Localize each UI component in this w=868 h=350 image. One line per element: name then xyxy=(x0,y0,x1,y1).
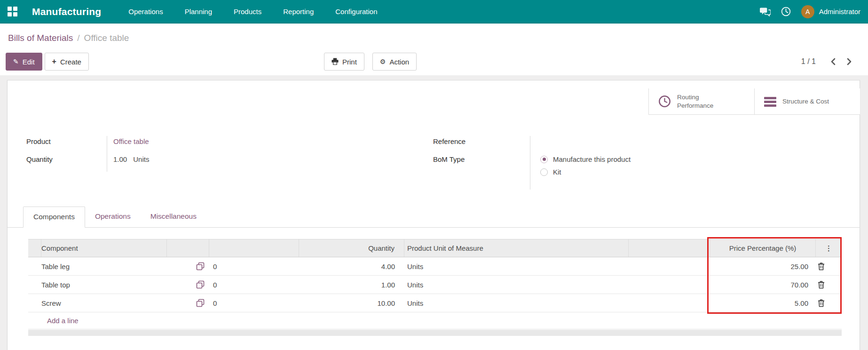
routing-performance-label: Routing Performance xyxy=(677,93,734,110)
tab-miscellaneous[interactable]: Miscellaneous xyxy=(141,207,206,227)
cell-blank xyxy=(629,257,710,275)
quantity-uom: Units xyxy=(133,155,149,163)
control-panel: Bills of Materials/Office table ✎ Edit +… xyxy=(0,24,868,75)
header-quantity[interactable]: Quantity xyxy=(299,239,404,257)
structure-cost-label: Structure & Cost xyxy=(782,97,829,106)
cell-variant-count[interactable]: 0 xyxy=(209,276,299,294)
bom-type-option-kit[interactable]: Kit xyxy=(540,168,631,176)
table-row[interactable]: Table leg 0 4.00 Units 25.00 xyxy=(28,257,842,276)
cell-blank xyxy=(629,276,710,294)
row-handle[interactable] xyxy=(28,276,41,294)
routing-performance-button[interactable]: Routing Performance xyxy=(648,88,754,114)
radio-unselected-icon[interactable] xyxy=(540,168,548,176)
add-a-line-row: Add a line xyxy=(28,312,842,329)
odoo-window: Manufacturing Operations Planning Produc… xyxy=(0,0,868,350)
product-value-link[interactable]: Office table xyxy=(113,137,149,145)
row-handle[interactable] xyxy=(28,294,41,312)
systray: A Administrator xyxy=(760,5,860,18)
app-name[interactable]: Manufacturing xyxy=(32,6,101,17)
main-menu: Operations Planning Products Reporting C… xyxy=(128,8,377,16)
avatar: A xyxy=(801,5,814,18)
structure-cost-button[interactable]: Structure & Cost xyxy=(754,88,860,114)
cell-quantity[interactable]: 4.00 xyxy=(299,257,404,275)
bom-type-label: BoM Type xyxy=(433,154,530,190)
print-button[interactable]: Print xyxy=(324,53,364,71)
cell-component[interactable]: Table leg xyxy=(41,257,167,275)
header-price-percentage[interactable]: Price Percentage (%) xyxy=(710,239,816,257)
messages-icon[interactable] xyxy=(760,7,771,16)
row-handle[interactable] xyxy=(28,257,41,275)
apps-menu-icon[interactable] xyxy=(8,7,18,17)
notebook-tabs: Components Operations Miscellaneous xyxy=(8,207,860,228)
cell-component[interactable]: Screw xyxy=(41,294,167,312)
cell-variant-count[interactable]: 0 xyxy=(209,257,299,275)
top-navbar: Manufacturing Operations Planning Produc… xyxy=(0,0,868,24)
bom-type-option-manufacture[interactable]: Manufacture this product xyxy=(540,155,631,163)
delete-row-icon[interactable] xyxy=(818,262,825,270)
bom-type-option-kit-label: Kit xyxy=(553,168,561,176)
cell-quantity[interactable]: 1.00 xyxy=(299,276,404,294)
create-button[interactable]: + Create xyxy=(45,53,89,71)
header-component[interactable]: Component xyxy=(41,239,167,257)
nav-item-planning[interactable]: Planning xyxy=(185,8,212,16)
apply-on-variants-icon[interactable] xyxy=(196,280,205,289)
cell-variant-count[interactable]: 0 xyxy=(209,294,299,312)
delete-row-icon[interactable] xyxy=(818,281,825,289)
user-menu[interactable]: A Administrator xyxy=(801,5,860,18)
header-blank-column-1 xyxy=(209,239,299,257)
plus-icon: + xyxy=(52,58,56,65)
create-button-label: Create xyxy=(60,58,81,66)
breadcrumb-current: Office table xyxy=(84,33,129,43)
product-label: Product xyxy=(26,136,107,154)
edit-button[interactable]: ✎ Edit xyxy=(6,53,42,71)
pager: 1 / 1 xyxy=(801,53,852,71)
quantity-value: 1.00 xyxy=(113,155,127,163)
delete-row-icon[interactable] xyxy=(818,299,825,307)
nav-item-products[interactable]: Products xyxy=(234,8,261,16)
user-name: Administrator xyxy=(819,8,860,16)
cell-uom[interactable]: Units xyxy=(404,276,629,294)
cell-price-percentage[interactable]: 25.00 xyxy=(710,257,816,275)
field-bom-type: BoM Type Manufacture this product Kit xyxy=(433,154,781,190)
table-row[interactable]: Table top 0 1.00 Units 70.00 xyxy=(28,276,842,294)
activities-clock-icon[interactable] xyxy=(781,7,791,16)
add-a-line-link[interactable]: Add a line xyxy=(28,317,79,325)
optional-columns-icon[interactable]: ⋮ xyxy=(825,245,832,252)
pager-value[interactable]: 1 / 1 xyxy=(801,57,816,66)
cell-uom[interactable]: Units xyxy=(404,294,629,312)
cell-quantity[interactable]: 10.00 xyxy=(299,294,404,312)
nav-item-operations[interactable]: Operations xyxy=(128,8,163,16)
breadcrumb-bills-of-materials[interactable]: Bills of Materials xyxy=(8,33,73,43)
bars-icon xyxy=(764,96,776,107)
components-table: Component Quantity Product Unit of Measu… xyxy=(28,239,842,329)
pager-next-icon[interactable] xyxy=(846,58,852,65)
nav-item-configuration[interactable]: Configuration xyxy=(335,8,377,16)
header-uom[interactable]: Product Unit of Measure xyxy=(404,239,629,257)
field-reference: Reference xyxy=(433,136,781,154)
tab-operations[interactable]: Operations xyxy=(85,207,141,227)
field-product: Product Office table xyxy=(26,136,327,154)
gear-icon: ⚙ xyxy=(380,58,386,65)
action-buttons: Print ⚙ Action xyxy=(324,53,417,71)
cell-blank xyxy=(629,294,710,312)
apply-on-variants-icon[interactable] xyxy=(196,262,205,270)
tab-components[interactable]: Components xyxy=(23,207,85,228)
form-sheet: Routing Performance Structure & Cost Pro… xyxy=(7,80,860,350)
pencil-icon: ✎ xyxy=(13,58,19,65)
breadcrumb-separator: / xyxy=(77,33,79,43)
cell-price-percentage[interactable]: 5.00 xyxy=(710,294,816,312)
apply-on-variants-icon[interactable] xyxy=(196,299,205,307)
action-button[interactable]: ⚙ Action xyxy=(372,53,417,71)
header-blank-column-2 xyxy=(629,239,710,257)
radio-selected-icon[interactable] xyxy=(540,156,548,163)
nav-item-reporting[interactable]: Reporting xyxy=(283,8,314,16)
pager-previous-icon[interactable] xyxy=(830,58,836,65)
edit-button-label: Edit xyxy=(23,58,35,66)
cell-price-percentage[interactable]: 70.00 xyxy=(710,276,816,294)
print-button-label: Print xyxy=(342,58,357,66)
cell-uom[interactable]: Units xyxy=(404,257,629,275)
cell-component[interactable]: Table top xyxy=(41,276,167,294)
header-handle-column xyxy=(28,239,41,257)
table-row[interactable]: Screw 0 10.00 Units 5.00 xyxy=(28,294,842,312)
print-icon xyxy=(331,58,339,66)
